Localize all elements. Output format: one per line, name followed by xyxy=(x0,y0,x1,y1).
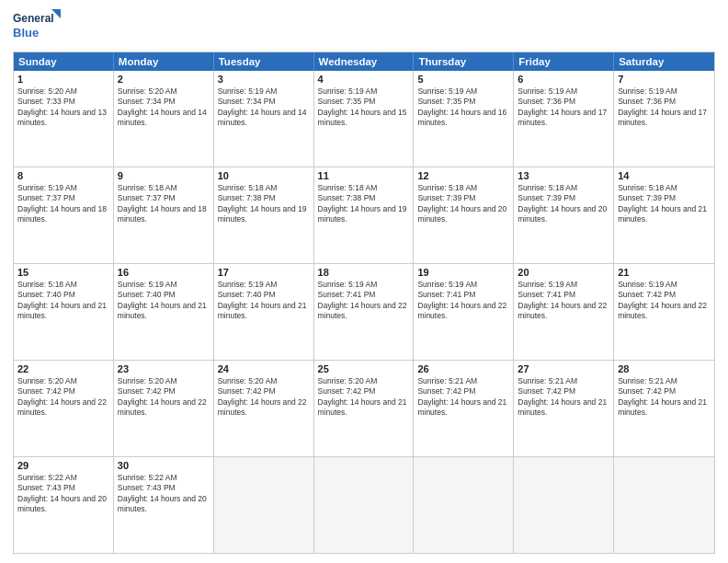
day-number: 1 xyxy=(17,74,109,85)
day-cell-14: 14Sunrise: 5:18 AM Sunset: 7:39 PM Dayli… xyxy=(614,167,714,263)
cell-info: Sunrise: 5:20 AM Sunset: 7:42 PM Dayligh… xyxy=(318,376,410,419)
cell-info: Sunrise: 5:18 AM Sunset: 7:39 PM Dayligh… xyxy=(518,183,609,225)
day-number: 11 xyxy=(318,170,410,181)
day-number: 13 xyxy=(518,170,609,181)
day-number: 3 xyxy=(218,74,310,85)
day-cell-12: 12Sunrise: 5:18 AM Sunset: 7:39 PM Dayli… xyxy=(414,167,514,263)
logo-svg: General Blue xyxy=(13,9,63,44)
calendar-week-5: 29Sunrise: 5:22 AM Sunset: 7:43 PM Dayli… xyxy=(14,457,714,553)
day-number: 23 xyxy=(118,363,210,374)
day-cell-21: 21Sunrise: 5:19 AM Sunset: 7:42 PM Dayli… xyxy=(614,264,714,360)
cell-info: Sunrise: 5:19 AM Sunset: 7:42 PM Dayligh… xyxy=(618,280,711,322)
header-day-tuesday: Tuesday xyxy=(214,52,314,71)
header-day-wednesday: Wednesday xyxy=(314,52,415,71)
cell-info: Sunrise: 5:20 AM Sunset: 7:34 PM Dayligh… xyxy=(118,86,210,129)
cell-info: Sunrise: 5:19 AM Sunset: 7:41 PM Dayligh… xyxy=(417,280,509,322)
logo: General Blue xyxy=(13,9,63,44)
day-cell-5: 5Sunrise: 5:19 AM Sunset: 7:35 PM Daylig… xyxy=(414,71,514,167)
empty-cell xyxy=(314,457,415,553)
day-cell-28: 28Sunrise: 5:21 AM Sunset: 7:42 PM Dayli… xyxy=(614,361,714,456)
day-number: 22 xyxy=(17,363,109,374)
cell-info: Sunrise: 5:20 AM Sunset: 7:42 PM Dayligh… xyxy=(218,376,310,419)
calendar-week-2: 8Sunrise: 5:19 AM Sunset: 7:37 PM Daylig… xyxy=(14,167,714,264)
day-number: 26 xyxy=(417,363,509,374)
header-day-sunday: Sunday xyxy=(14,52,114,71)
calendar-week-4: 22Sunrise: 5:20 AM Sunset: 7:42 PM Dayli… xyxy=(14,361,714,457)
day-cell-4: 4Sunrise: 5:19 AM Sunset: 7:35 PM Daylig… xyxy=(314,71,415,167)
cell-info: Sunrise: 5:21 AM Sunset: 7:42 PM Dayligh… xyxy=(618,376,711,419)
header-day-friday: Friday xyxy=(514,52,614,71)
header: General Blue xyxy=(13,9,715,44)
day-cell-7: 7Sunrise: 5:19 AM Sunset: 7:36 PM Daylig… xyxy=(614,71,714,167)
day-cell-16: 16Sunrise: 5:19 AM Sunset: 7:40 PM Dayli… xyxy=(114,264,214,360)
day-number: 15 xyxy=(17,267,109,278)
calendar-week-1: 1Sunrise: 5:20 AM Sunset: 7:33 PM Daylig… xyxy=(14,71,714,167)
cell-info: Sunrise: 5:18 AM Sunset: 7:38 PM Dayligh… xyxy=(318,183,410,225)
day-number: 5 xyxy=(417,74,509,85)
cell-info: Sunrise: 5:21 AM Sunset: 7:42 PM Dayligh… xyxy=(417,376,509,419)
day-cell-24: 24Sunrise: 5:20 AM Sunset: 7:42 PM Dayli… xyxy=(214,361,314,456)
day-number: 25 xyxy=(318,363,410,374)
day-cell-17: 17Sunrise: 5:19 AM Sunset: 7:40 PM Dayli… xyxy=(214,264,314,360)
day-number: 8 xyxy=(17,170,109,181)
day-number: 29 xyxy=(17,460,109,471)
day-cell-30: 30Sunrise: 5:22 AM Sunset: 7:43 PM Dayli… xyxy=(114,457,214,553)
header-day-saturday: Saturday xyxy=(614,52,714,71)
cell-info: Sunrise: 5:19 AM Sunset: 7:37 PM Dayligh… xyxy=(17,183,109,225)
svg-text:Blue: Blue xyxy=(13,26,39,40)
day-number: 14 xyxy=(618,170,711,181)
day-cell-27: 27Sunrise: 5:21 AM Sunset: 7:42 PM Dayli… xyxy=(514,361,614,456)
day-cell-3: 3Sunrise: 5:19 AM Sunset: 7:34 PM Daylig… xyxy=(214,71,314,167)
day-cell-2: 2Sunrise: 5:20 AM Sunset: 7:34 PM Daylig… xyxy=(114,71,214,167)
cell-info: Sunrise: 5:19 AM Sunset: 7:35 PM Dayligh… xyxy=(417,86,509,129)
day-number: 19 xyxy=(417,267,509,278)
cell-info: Sunrise: 5:19 AM Sunset: 7:40 PM Dayligh… xyxy=(218,280,310,322)
cell-info: Sunrise: 5:19 AM Sunset: 7:34 PM Dayligh… xyxy=(218,86,310,129)
header-day-thursday: Thursday xyxy=(414,52,514,71)
empty-cell xyxy=(514,457,614,553)
cell-info: Sunrise: 5:19 AM Sunset: 7:36 PM Dayligh… xyxy=(518,86,609,129)
day-number: 27 xyxy=(518,363,609,374)
empty-cell xyxy=(214,457,314,553)
day-cell-19: 19Sunrise: 5:19 AM Sunset: 7:41 PM Dayli… xyxy=(414,264,514,360)
day-cell-13: 13Sunrise: 5:18 AM Sunset: 7:39 PM Dayli… xyxy=(514,167,614,263)
day-number: 30 xyxy=(118,460,210,471)
svg-text:General: General xyxy=(13,12,54,25)
day-number: 7 xyxy=(618,74,711,85)
day-cell-10: 10Sunrise: 5:18 AM Sunset: 7:38 PM Dayli… xyxy=(214,167,314,263)
day-number: 17 xyxy=(218,267,310,278)
calendar-week-3: 15Sunrise: 5:18 AM Sunset: 7:40 PM Dayli… xyxy=(14,264,714,361)
cell-info: Sunrise: 5:21 AM Sunset: 7:42 PM Dayligh… xyxy=(518,376,609,419)
day-cell-26: 26Sunrise: 5:21 AM Sunset: 7:42 PM Dayli… xyxy=(414,361,514,456)
cell-info: Sunrise: 5:19 AM Sunset: 7:36 PM Dayligh… xyxy=(618,86,711,129)
day-cell-23: 23Sunrise: 5:20 AM Sunset: 7:42 PM Dayli… xyxy=(114,361,214,456)
empty-cell xyxy=(414,457,514,553)
day-cell-6: 6Sunrise: 5:19 AM Sunset: 7:36 PM Daylig… xyxy=(514,71,614,167)
day-number: 18 xyxy=(318,267,410,278)
day-cell-9: 9Sunrise: 5:18 AM Sunset: 7:37 PM Daylig… xyxy=(114,167,214,263)
day-cell-15: 15Sunrise: 5:18 AM Sunset: 7:40 PM Dayli… xyxy=(14,264,114,360)
day-cell-1: 1Sunrise: 5:20 AM Sunset: 7:33 PM Daylig… xyxy=(14,71,114,167)
cell-info: Sunrise: 5:19 AM Sunset: 7:40 PM Dayligh… xyxy=(118,280,210,322)
calendar-body: 1Sunrise: 5:20 AM Sunset: 7:33 PM Daylig… xyxy=(14,71,714,553)
empty-cell xyxy=(614,457,714,553)
cell-info: Sunrise: 5:18 AM Sunset: 7:39 PM Dayligh… xyxy=(618,183,711,225)
cell-info: Sunrise: 5:19 AM Sunset: 7:35 PM Dayligh… xyxy=(318,86,410,129)
day-cell-11: 11Sunrise: 5:18 AM Sunset: 7:38 PM Dayli… xyxy=(314,167,415,263)
day-number: 28 xyxy=(618,363,711,374)
cell-info: Sunrise: 5:19 AM Sunset: 7:41 PM Dayligh… xyxy=(518,280,609,322)
day-cell-22: 22Sunrise: 5:20 AM Sunset: 7:42 PM Dayli… xyxy=(14,361,114,456)
day-number: 10 xyxy=(218,170,310,181)
day-cell-8: 8Sunrise: 5:19 AM Sunset: 7:37 PM Daylig… xyxy=(14,167,114,263)
cell-info: Sunrise: 5:18 AM Sunset: 7:39 PM Dayligh… xyxy=(417,183,509,225)
cell-info: Sunrise: 5:20 AM Sunset: 7:42 PM Dayligh… xyxy=(118,376,210,419)
day-number: 4 xyxy=(318,74,410,85)
header-day-monday: Monday xyxy=(114,52,214,71)
day-number: 6 xyxy=(518,74,609,85)
cell-info: Sunrise: 5:20 AM Sunset: 7:33 PM Dayligh… xyxy=(17,86,109,129)
calendar: SundayMondayTuesdayWednesdayThursdayFrid… xyxy=(13,52,715,554)
cell-info: Sunrise: 5:22 AM Sunset: 7:43 PM Dayligh… xyxy=(118,473,210,515)
day-number: 16 xyxy=(118,267,210,278)
cell-info: Sunrise: 5:22 AM Sunset: 7:43 PM Dayligh… xyxy=(17,473,109,515)
day-number: 12 xyxy=(417,170,509,181)
